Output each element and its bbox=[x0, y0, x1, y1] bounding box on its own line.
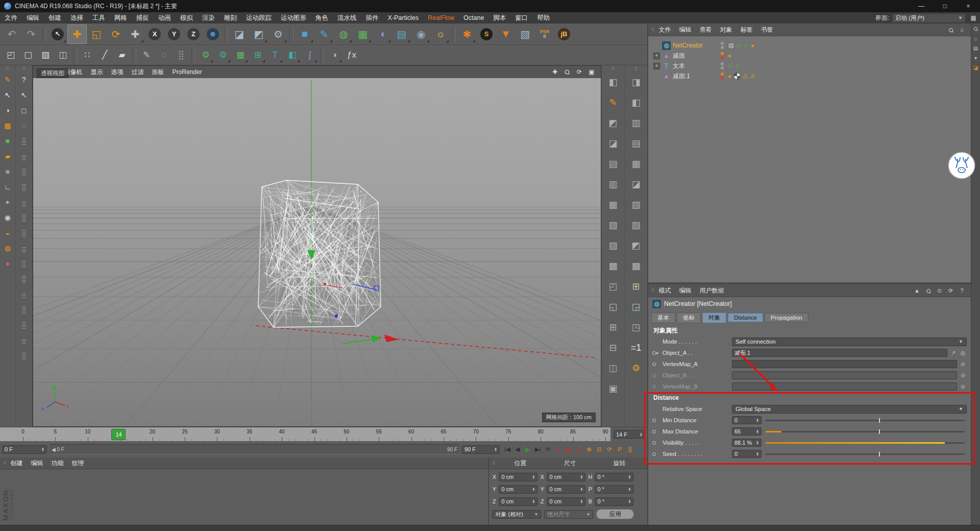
viewport-menu-item-3[interactable]: 显示 bbox=[87, 66, 107, 78]
range-end-field[interactable]: 90 F ▲▼ bbox=[462, 445, 500, 454]
menu-item-7[interactable]: 捕捉 bbox=[132, 12, 154, 23]
menu-item-6[interactable]: 网格 bbox=[110, 12, 132, 23]
make-editable-button[interactable]: ◰ bbox=[2, 46, 19, 64]
keyframe-dot[interactable] bbox=[652, 441, 656, 445]
keyframe-indicator[interactable] bbox=[652, 452, 660, 456]
strip-arrow-icon[interactable]: ▾ bbox=[972, 55, 979, 61]
palette-b-10-button[interactable]: ▩ bbox=[627, 257, 645, 275]
object-menu-item-2[interactable]: 编辑 bbox=[675, 24, 696, 35]
viewport-menu-item-4[interactable]: 选项 bbox=[107, 66, 128, 78]
attribute-dropdown[interactable]: Self connection▼ bbox=[732, 337, 967, 346]
palette-a-7-button[interactable]: ▦ bbox=[604, 196, 622, 214]
visibility-dots[interactable] bbox=[721, 62, 724, 69]
layout-icon[interactable]: ▦ bbox=[969, 13, 978, 22]
palette-a-16-button[interactable]: ▣ bbox=[604, 379, 622, 398]
link-field[interactable] bbox=[732, 371, 957, 379]
menu-item-11[interactable]: 雕刻 bbox=[219, 12, 241, 23]
material-list-area[interactable] bbox=[0, 469, 488, 525]
palette-grid-7-button[interactable]: ⣿ bbox=[17, 226, 31, 239]
record-keyframe-button[interactable]: ● bbox=[553, 444, 564, 454]
polygon-pen-tool-button[interactable]: ▰ bbox=[1, 150, 14, 163]
keyframe-dot[interactable] bbox=[652, 452, 656, 456]
object-menu-item-4[interactable]: 对象 bbox=[716, 24, 737, 35]
palette-a-8-button[interactable]: ▧ bbox=[604, 216, 622, 234]
number-field[interactable]: 0▲▼ bbox=[732, 416, 762, 424]
palette-b-13-button[interactable]: ◳ bbox=[627, 318, 645, 336]
tab--[interactable]: 对象 bbox=[702, 312, 726, 323]
panel-grip-icon[interactable]: ⠿ bbox=[651, 27, 655, 33]
workplane-mode-button[interactable]: ◫ bbox=[54, 46, 71, 64]
coordinate-field-B[interactable]: 0 °▲▼ bbox=[595, 497, 633, 506]
object-row-2[interactable]: +▲减面● bbox=[651, 51, 971, 61]
stepper-icon[interactable]: ▲▼ bbox=[493, 447, 497, 451]
visibility-dot[interactable] bbox=[721, 52, 724, 55]
coordinate-field-Z[interactable]: 0 cm▲▼ bbox=[547, 497, 585, 506]
palette-grid-1-button[interactable]: ⣿ bbox=[17, 134, 31, 148]
attribute-menu-item-3[interactable]: 用户数据 bbox=[696, 285, 728, 296]
stepper-icon[interactable]: ▲▼ bbox=[578, 499, 583, 503]
ball-tag-icon[interactable]: ● bbox=[751, 42, 754, 49]
palette-a-12-button[interactable]: ◱ bbox=[604, 298, 622, 316]
menu-item-10[interactable]: 渲染 bbox=[198, 12, 219, 23]
menu-item-5[interactable]: 工具 bbox=[88, 12, 110, 23]
keyframe-indicator[interactable] bbox=[652, 430, 660, 433]
add-cube-button[interactable]: ■ bbox=[295, 25, 314, 44]
palette-b-3-button[interactable]: ▥ bbox=[627, 114, 645, 132]
visibility-dots[interactable] bbox=[721, 52, 724, 59]
om-home-icon[interactable]: ⌂ bbox=[958, 26, 966, 34]
object-row-4[interactable]: +▲减面.1●⚠⚠ bbox=[651, 71, 971, 81]
number-field[interactable]: 88.1 %▲▼ bbox=[732, 439, 762, 447]
tab--[interactable]: 基本 bbox=[651, 312, 675, 323]
coordinate-field-H[interactable]: 0 °▲▼ bbox=[595, 473, 633, 481]
keyframe-dot[interactable] bbox=[652, 385, 656, 389]
palette-grid-12-button[interactable]: ⣿ bbox=[17, 303, 31, 316]
paint-globe-tool-button[interactable]: ◍ bbox=[1, 242, 14, 255]
checker-tag-icon[interactable] bbox=[733, 73, 741, 80]
viewport-canvas[interactable]: yxz bbox=[33, 78, 601, 426]
timeline-playhead[interactable]: 14 bbox=[111, 429, 126, 440]
texture-mode-button[interactable]: ▨ bbox=[37, 46, 54, 64]
menu-item-16[interactable]: 插件 bbox=[361, 12, 383, 23]
slider-handle[interactable] bbox=[879, 429, 880, 434]
sphere-s-tool-button[interactable]: ◉ bbox=[1, 211, 14, 224]
target-icon[interactable]: ◎ bbox=[959, 350, 967, 356]
palette-grid-5-button[interactable]: ⣶ bbox=[17, 196, 31, 209]
visibility-dots[interactable] bbox=[721, 73, 724, 80]
strip-palette-icon[interactable]: ◪ bbox=[972, 64, 979, 71]
render-view-button[interactable]: ◪ bbox=[230, 25, 249, 44]
modeling-gear-2-button[interactable]: ⚙ bbox=[214, 46, 232, 64]
palette-b-2-button[interactable]: ◧ bbox=[627, 93, 645, 112]
am-search-icon[interactable]: Ϙ bbox=[923, 285, 934, 296]
undo-button[interactable]: ↶ bbox=[2, 25, 21, 44]
strip-home-icon[interactable]: ⌂ bbox=[972, 35, 979, 42]
stepper-icon[interactable]: ▲▼ bbox=[578, 475, 583, 479]
move-tool-button[interactable]: ✚ bbox=[67, 25, 87, 44]
record-scale-button[interactable]: ⊡ bbox=[594, 444, 604, 454]
next-frame-button[interactable]: ▶| bbox=[533, 444, 543, 454]
record-pla-button[interactable]: ⣿ bbox=[625, 444, 635, 454]
slider-track[interactable] bbox=[766, 453, 965, 455]
stepper-icon[interactable]: ▲▼ bbox=[530, 499, 535, 503]
palette-grid-15-button[interactable]: ⣿ bbox=[17, 349, 31, 362]
tab-distance[interactable]: Distance bbox=[728, 313, 763, 322]
stepper-icon[interactable]: ▲▼ bbox=[754, 452, 759, 456]
realflow-button[interactable]: S bbox=[477, 25, 496, 44]
visibility-dot[interactable] bbox=[721, 62, 724, 65]
palette-b-8-button[interactable]: ▨ bbox=[627, 216, 645, 234]
stepper-icon[interactable]: ▲▼ bbox=[638, 432, 643, 437]
palette-grid-4-button[interactable]: ⣿ bbox=[17, 180, 31, 194]
panel-grip-icon[interactable]: ⠿ bbox=[22, 66, 26, 72]
lasso-select-button[interactable]: ◌ bbox=[17, 119, 31, 132]
apply-button[interactable]: 应用 bbox=[596, 509, 634, 519]
palette-b-5-button[interactable]: ▦ bbox=[627, 155, 645, 173]
visibility-dot[interactable] bbox=[721, 66, 724, 69]
zoom-view-icon[interactable]: Ϙ bbox=[561, 66, 573, 78]
menu-item-2[interactable]: 编辑 bbox=[22, 12, 44, 23]
keyframe-indicator[interactable] bbox=[652, 374, 660, 377]
marquee-select-button[interactable]: ◻ bbox=[17, 104, 31, 117]
ball-tag-icon[interactable]: ● bbox=[728, 53, 731, 59]
render-picture-viewer-button[interactable]: ◩ bbox=[249, 25, 268, 44]
cube-stack-button[interactable]: ⊞ bbox=[249, 46, 266, 64]
palette-a-1-button[interactable]: ◧ bbox=[604, 73, 622, 91]
visibility-dot[interactable] bbox=[721, 42, 724, 45]
